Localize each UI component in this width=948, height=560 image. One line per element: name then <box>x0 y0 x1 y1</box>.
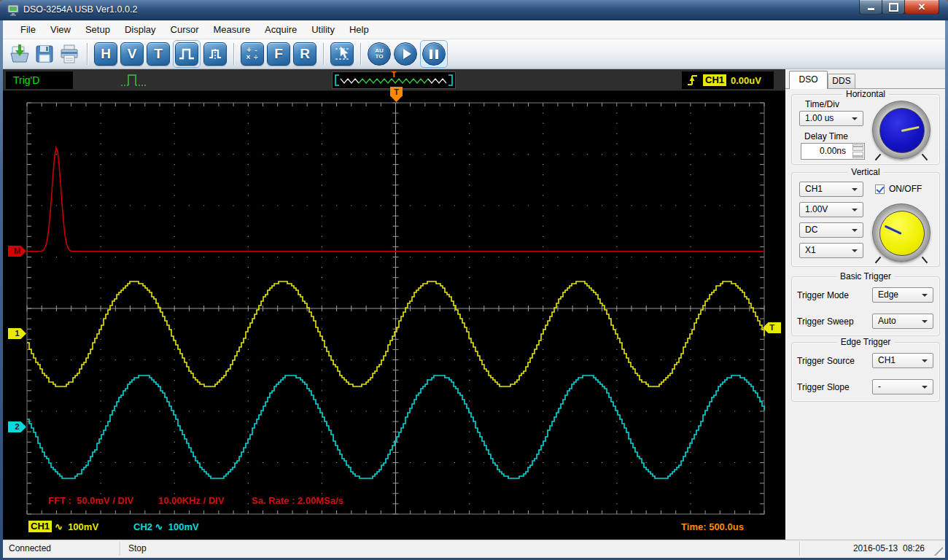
datetime: 2016-05-13 08:26 <box>853 543 925 553</box>
save-icon <box>34 43 55 65</box>
knob-tick <box>875 154 882 161</box>
vertical-group-title: Vertical <box>847 167 883 177</box>
control-panel: DSO DDS Horizontal Time/Div 1.00 us Dela… <box>785 69 945 540</box>
acquisition-status: Stop <box>128 543 147 553</box>
menu-acquire[interactable]: Acquire <box>257 21 304 38</box>
delay-down-button[interactable] <box>852 152 863 158</box>
time-div-select[interactable]: 1.00 us <box>799 111 863 126</box>
fft-button[interactable]: F <box>267 42 290 66</box>
app-window: DSO-3254A USB Ver1.0.0.2 ✕ File View Set… <box>0 0 948 560</box>
open-file-button[interactable] <box>9 43 31 65</box>
trigger-mode-select[interactable]: Edge <box>872 287 933 303</box>
print-button[interactable] <box>58 43 80 65</box>
menu-setup[interactable]: Setup <box>78 21 117 38</box>
save-button[interactable] <box>34 43 55 65</box>
ch1-label-box[interactable]: CH1 ∿ 100mV <box>26 518 125 535</box>
sample-rate-label: Sa. Rate : 2.00MSa/s <box>252 495 343 506</box>
minimize-icon <box>868 8 874 10</box>
pulse-width-button[interactable] <box>203 42 227 66</box>
delay-time-input[interactable]: 0.00ns <box>801 143 865 160</box>
toolbar-separator <box>87 43 88 65</box>
tab-dso[interactable]: DSO <box>789 71 828 89</box>
menu-utility[interactable]: Utility <box>304 21 342 38</box>
close-button[interactable]: ✕ <box>904 0 939 15</box>
menu-bar: File View Setup Display Cursor Measure A… <box>3 20 945 39</box>
cursor-icon <box>330 42 354 66</box>
trigger-setup-button[interactable]: T <box>147 42 170 66</box>
knob-tick <box>922 154 928 161</box>
knob-tick <box>922 257 928 264</box>
ch1-badge: CH1 <box>28 521 52 532</box>
tab-dds[interactable]: DDS <box>828 74 855 89</box>
trigger-info: CH1 0.00uV <box>682 71 774 89</box>
ch2-label-box[interactable]: CH2 ∿ 100mV <box>128 518 214 535</box>
vertical-knob-face <box>879 211 925 256</box>
pulse-width-icon <box>203 42 227 66</box>
channel-onoff-checkbox[interactable] <box>875 184 885 194</box>
trigger-sweep-select[interactable]: Auto <box>872 314 933 329</box>
horizontal-knob[interactable] <box>872 101 930 159</box>
waveform-preview[interactable]: T <box>332 71 456 89</box>
vertical-group: Vertical CH1 1.00V DC X1 ON/OFF <box>791 172 940 267</box>
math-button[interactable]: + - × ÷ <box>241 42 264 66</box>
menu-file[interactable]: File <box>13 21 43 38</box>
ref-button[interactable]: R <box>293 42 316 66</box>
knob-tick <box>875 257 882 264</box>
connection-status: Connected <box>9 543 51 553</box>
scope-display: M 1 2 T T FFT : 50.0mV / DIV 10.00KHz / … <box>3 91 785 540</box>
open-file-icon <box>9 43 31 65</box>
fft-scale-label: FFT : 50.0mV / DIV <box>48 495 133 506</box>
menu-cursor[interactable]: Cursor <box>163 21 206 38</box>
probe-select[interactable]: X1 <box>799 243 863 258</box>
resize-grip[interactable] <box>934 547 943 556</box>
play-icon <box>394 42 417 66</box>
scope-canvas <box>3 91 785 540</box>
ch2-scale-label: CH2 ∿ 100mV <box>133 521 199 532</box>
horizontal-setup-button[interactable]: H <box>94 42 117 66</box>
trigger-mode-label: Trigger Mode <box>797 290 849 300</box>
edge-trigger-group: Edge Trigger Trigger Source CH1 Trigger … <box>791 342 940 402</box>
basic-trigger-title: Basic Trigger <box>836 271 895 281</box>
statusbar-separator <box>120 542 120 556</box>
toolbar-separator <box>323 43 324 65</box>
cursor-button[interactable] <box>330 42 354 66</box>
horizontal-group-title: Horizontal <box>842 89 889 99</box>
coupling-select[interactable]: DC <box>799 222 863 238</box>
trigger-slope-label: Trigger Slope <box>797 382 850 392</box>
print-icon <box>58 43 80 65</box>
delay-up-button[interactable] <box>852 144 863 151</box>
vertical-knob[interactable] <box>872 203 930 262</box>
minimize-button[interactable] <box>859 0 882 15</box>
trigger-channel-badge: CH1 <box>703 74 726 86</box>
channel-select[interactable]: CH1 <box>799 182 863 197</box>
pulse-button-selected[interactable] <box>173 40 201 68</box>
time-div-label: Time/Div <box>805 99 839 109</box>
menu-help[interactable]: Help <box>342 21 376 38</box>
trigger-slope-select[interactable]: - <box>872 379 933 394</box>
trigger-source-select[interactable]: CH1 <box>872 353 933 368</box>
pause-button-selected[interactable] <box>420 40 448 68</box>
run-button[interactable] <box>394 42 417 66</box>
dso-panel-body: Horizontal Time/Div 1.00 us Delay Time 0… <box>785 88 945 540</box>
title-bar[interactable]: DSO-3254A USB Ver1.0.0.2 ✕ <box>0 0 948 20</box>
menu-view[interactable]: View <box>43 21 78 38</box>
close-icon: ✕ <box>918 1 926 13</box>
onoff-label: ON/OFF <box>889 184 922 194</box>
maximize-button[interactable] <box>882 0 905 15</box>
menu-measure[interactable]: Measure <box>206 21 258 38</box>
statusbar-separator <box>799 542 800 556</box>
basic-trigger-group: Basic Trigger Trigger Mode Edge Trigger … <box>791 276 940 336</box>
trigger-status: Trig'D <box>6 71 73 89</box>
acquisition-pulse-icon <box>120 71 155 89</box>
window-title: DSO-3254A USB Ver1.0.0.2 <box>23 4 137 15</box>
toolbar-separator <box>360 43 361 65</box>
autoset-button[interactable]: AU TO <box>368 42 391 66</box>
trigger-edge-icon <box>686 73 699 88</box>
app-icon <box>7 4 19 16</box>
volt-scale-select[interactable]: 1.00V <box>799 202 863 217</box>
vertical-setup-button[interactable]: V <box>120 42 144 66</box>
preview-trigger-marker[interactable]: T <box>392 71 396 79</box>
menu-display[interactable]: Display <box>117 21 163 38</box>
preview-right-bracket <box>448 75 452 85</box>
fft-frequency-label: 10.00KHz / DIV <box>158 495 224 506</box>
